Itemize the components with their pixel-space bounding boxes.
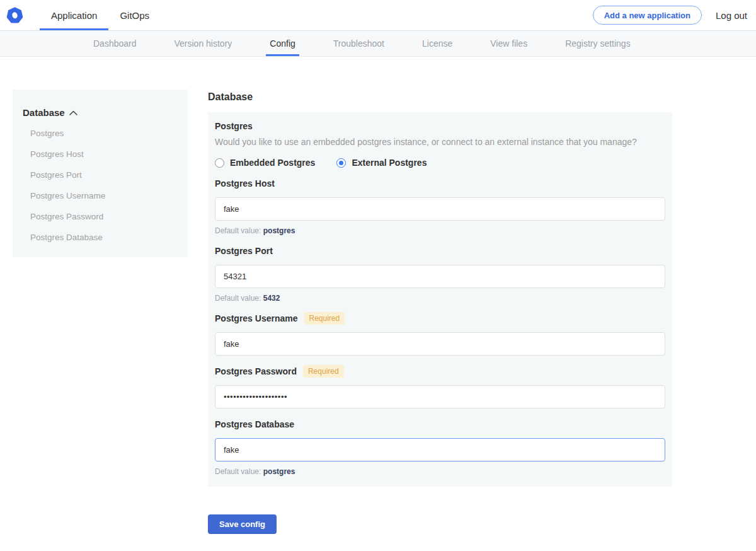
- postgres-host-default-hint: Default value: postgres: [215, 226, 665, 235]
- sidebar-item-postgres-port[interactable]: Postgres Port: [23, 165, 178, 185]
- subnav-item-dashboard[interactable]: Dashboard: [89, 31, 140, 56]
- radio-embedded-postgres-label: Embedded Postgres: [230, 158, 315, 168]
- add-new-application-button[interactable]: Add a new application: [593, 6, 702, 25]
- required-badge: Required: [304, 312, 345, 325]
- sidebar-item-postgres-host[interactable]: Postgres Host: [23, 144, 178, 165]
- config-group-title: Database: [208, 91, 672, 103]
- default-value-label: Default value:: [215, 294, 261, 303]
- sidebar-item-postgres-username[interactable]: Postgres Username: [23, 185, 178, 206]
- postgres-username-input[interactable]: [215, 332, 665, 356]
- subnav-item-view-files[interactable]: View files: [486, 31, 531, 56]
- radio-selected-icon[interactable]: [336, 158, 346, 168]
- radio-external-postgres[interactable]: External Postgres: [336, 158, 427, 168]
- replicated-logo-icon: [6, 7, 23, 24]
- config-group-panel: Postgres Would you like to use an embedd…: [208, 112, 672, 487]
- field-postgres-password: Postgres Password Required: [215, 366, 665, 409]
- sidebar-item-postgres-database[interactable]: Postgres Database: [23, 227, 178, 248]
- sidebar-group-database[interactable]: Database: [23, 107, 178, 118]
- header-right: Add a new application Log out: [593, 0, 747, 30]
- sidebar-group-database-label: Database: [23, 107, 65, 118]
- app-subnav: Dashboard Version history Config Trouble…: [0, 31, 756, 57]
- postgres-password-input[interactable]: [215, 385, 665, 409]
- tab-application-label: Application: [51, 10, 97, 21]
- default-value-text: postgres: [263, 226, 295, 235]
- logout-button[interactable]: Log out: [716, 10, 747, 21]
- radio-external-postgres-label: External Postgres: [352, 158, 427, 168]
- chevron-up-icon: [69, 110, 77, 115]
- app-logo[interactable]: [6, 0, 23, 30]
- postgres-item-help-text: Would you like to use an embedded postgr…: [215, 137, 665, 147]
- postgres-port-input[interactable]: [215, 265, 665, 288]
- tab-gitops-label: GitOps: [120, 10, 149, 21]
- radio-unselected-icon[interactable]: [215, 158, 224, 168]
- field-postgres-username: Postgres Username Required: [215, 313, 665, 356]
- radio-embedded-postgres[interactable]: Embedded Postgres: [215, 158, 315, 168]
- postgres-database-label: Postgres Database: [215, 419, 294, 429]
- subnav-item-license[interactable]: License: [418, 31, 456, 56]
- field-postgres-database: Postgres Database Default value: postgre…: [215, 419, 665, 476]
- subnav-item-version-history[interactable]: Version history: [171, 31, 236, 56]
- config-sidebar: Database Postgres Postgres Host Postgres…: [13, 90, 188, 257]
- sidebar-item-postgres-password[interactable]: Postgres Password: [23, 206, 178, 227]
- default-value-label: Default value:: [215, 226, 261, 235]
- postgres-username-label: Postgres Username: [215, 313, 298, 323]
- postgres-item-title: Postgres: [215, 121, 665, 131]
- postgres-radio-group: Embedded Postgres External Postgres: [215, 158, 665, 168]
- field-postgres-port: Postgres Port Default value: 5432: [215, 245, 665, 303]
- subnav-item-troubleshoot[interactable]: Troubleshoot: [329, 31, 388, 56]
- field-postgres-host: Postgres Host Default value: postgres: [215, 178, 665, 235]
- postgres-port-default-hint: Default value: 5432: [215, 294, 665, 303]
- default-value-text: postgres: [263, 467, 295, 476]
- header-tabs: Application GitOps: [40, 0, 161, 30]
- tab-application[interactable]: Application: [40, 0, 108, 30]
- postgres-port-label: Postgres Port: [215, 246, 273, 256]
- postgres-host-label: Postgres Host: [215, 178, 275, 188]
- postgres-database-default-hint: Default value: postgres: [215, 467, 665, 476]
- subnav-item-config[interactable]: Config: [266, 31, 299, 56]
- postgres-password-label: Postgres Password: [215, 366, 297, 376]
- postgres-database-input[interactable]: [215, 438, 665, 461]
- tab-gitops[interactable]: GitOps: [108, 0, 161, 30]
- top-header: Application GitOps Add a new application…: [0, 0, 756, 31]
- default-value-text: 5432: [263, 294, 280, 303]
- sidebar-item-postgres[interactable]: Postgres: [23, 123, 178, 144]
- required-badge: Required: [303, 365, 344, 378]
- config-main: Database Postgres Would you like to use …: [208, 91, 672, 534]
- postgres-host-input[interactable]: [215, 197, 665, 221]
- default-value-label: Default value:: [215, 467, 261, 476]
- subnav-item-registry-settings[interactable]: Registry settings: [561, 31, 634, 56]
- save-config-button[interactable]: Save config: [208, 514, 277, 534]
